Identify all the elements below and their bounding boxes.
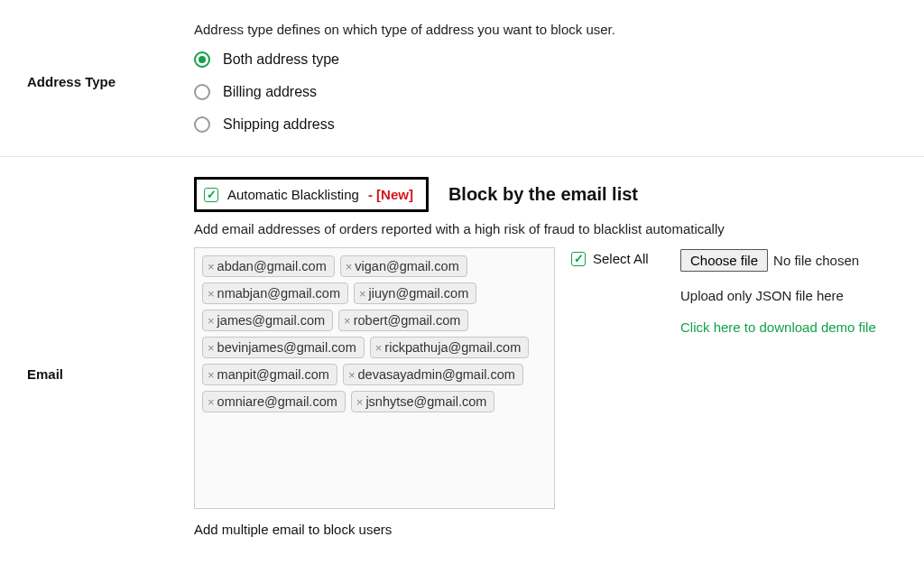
email-tag[interactable]: ×robert@gmail.com bbox=[338, 310, 468, 331]
email-tag-text: abdan@gmail.com bbox=[217, 259, 327, 273]
email-tag-text: vigan@gmail.com bbox=[355, 259, 458, 273]
radio-icon bbox=[194, 116, 210, 133]
email-tag[interactable]: ×vigan@gmail.com bbox=[340, 255, 467, 277]
address-type-hint: Address type defines on which type of ad… bbox=[194, 22, 906, 37]
email-tag[interactable]: ×abdan@gmail.com bbox=[202, 255, 335, 277]
select-all-row[interactable]: Select All bbox=[571, 251, 649, 266]
radio-label: Billing address bbox=[223, 84, 317, 100]
email-tag[interactable]: ×bevinjames@gmail.com bbox=[202, 337, 365, 358]
radio-icon bbox=[194, 84, 210, 100]
automatic-blacklisting-highlight: Automatic Blacklisting - [New] bbox=[194, 177, 429, 212]
select-all-checkbox[interactable] bbox=[571, 252, 586, 266]
remove-tag-icon[interactable]: × bbox=[208, 369, 215, 381]
file-chooser-row: Choose file No file chosen bbox=[680, 249, 906, 272]
remove-tag-icon[interactable]: × bbox=[359, 288, 366, 300]
email-tag-text: james@gmail.com bbox=[217, 313, 325, 328]
email-bottom-hint: Add multiple email to block users bbox=[194, 522, 906, 537]
email-tag[interactable]: ×omniare@gmail.com bbox=[202, 391, 346, 412]
radio-icon bbox=[194, 51, 210, 68]
remove-tag-icon[interactable]: × bbox=[208, 315, 215, 327]
email-tag-text: devasayadmin@gmail.com bbox=[358, 367, 515, 382]
remove-tag-icon[interactable]: × bbox=[208, 261, 215, 273]
email-tag[interactable]: ×rickpathuja@gmail.com bbox=[370, 337, 530, 358]
remove-tag-icon[interactable]: × bbox=[346, 261, 353, 273]
remove-tag-icon[interactable]: × bbox=[356, 396, 364, 408]
address-type-label: Address Type bbox=[0, 20, 194, 136]
email-subhint: Add email addresses of orders reported w… bbox=[194, 221, 906, 236]
email-tag-text: manpit@gmail.com bbox=[217, 367, 329, 382]
email-body: Automatic Blacklisting - [New] Block by … bbox=[194, 177, 924, 537]
remove-tag-icon[interactable]: × bbox=[375, 342, 383, 354]
file-column: Choose file No file chosen Upload only J… bbox=[680, 247, 906, 335]
remove-tag-icon[interactable]: × bbox=[208, 342, 215, 354]
radio-label: Both address type bbox=[223, 51, 339, 68]
remove-tag-icon[interactable]: × bbox=[344, 315, 351, 327]
remove-tag-icon[interactable]: × bbox=[208, 288, 215, 300]
email-tag-text: bevinjames@gmail.com bbox=[217, 340, 356, 355]
block-by-email-heading: Block by the email list bbox=[448, 184, 638, 205]
email-label: Email bbox=[0, 177, 194, 537]
automatic-blacklisting-checkbox[interactable] bbox=[204, 188, 218, 202]
email-tag[interactable]: ×jiuyn@gmail.com bbox=[354, 282, 476, 304]
remove-tag-icon[interactable]: × bbox=[208, 396, 215, 408]
email-row: ×abdan@gmail.com×vigan@gmail.com×nmabjan… bbox=[194, 247, 906, 509]
automatic-blacklisting-label: Automatic Blacklisting bbox=[227, 187, 359, 202]
email-section: Email Automatic Blacklisting - [New] Blo… bbox=[0, 156, 924, 557]
upload-note: Upload only JSON file here bbox=[680, 288, 906, 303]
address-type-body: Address type defines on which type of ad… bbox=[194, 20, 924, 136]
email-tag-text: nmabjan@gmail.com bbox=[217, 286, 340, 301]
address-type-section: Address Type Address type defines on whi… bbox=[0, 0, 924, 156]
email-tag-text: jiuyn@gmail.com bbox=[369, 286, 469, 301]
email-tag-text: jsnhytse@gmail.com bbox=[365, 394, 486, 409]
download-demo-link[interactable]: Click here to download demo file bbox=[680, 319, 906, 335]
radio-shipping-address[interactable]: Shipping address bbox=[194, 116, 906, 133]
email-tag-text: omniare@gmail.com bbox=[217, 394, 337, 409]
radio-both-address[interactable]: Both address type bbox=[194, 51, 906, 68]
email-topline: Automatic Blacklisting - [New] Block by … bbox=[194, 177, 906, 212]
email-tag[interactable]: ×james@gmail.com bbox=[202, 310, 333, 331]
email-tag-text: rickpathuja@gmail.com bbox=[384, 340, 521, 355]
email-tag[interactable]: ×devasayadmin@gmail.com bbox=[343, 364, 523, 385]
new-tag: - [New] bbox=[368, 187, 413, 202]
remove-tag-icon[interactable]: × bbox=[348, 369, 356, 381]
select-all-label: Select All bbox=[593, 251, 649, 266]
email-tag[interactable]: ×nmabjan@gmail.com bbox=[202, 282, 348, 304]
radio-billing-address[interactable]: Billing address bbox=[194, 84, 906, 100]
email-tag-text: robert@gmail.com bbox=[354, 313, 461, 328]
email-tag-input[interactable]: ×abdan@gmail.com×vigan@gmail.com×nmabjan… bbox=[194, 247, 555, 509]
choose-file-button[interactable]: Choose file bbox=[680, 249, 768, 272]
file-status-text: No file chosen bbox=[773, 253, 859, 268]
email-tag[interactable]: ×manpit@gmail.com bbox=[202, 364, 337, 385]
radio-label: Shipping address bbox=[223, 116, 335, 133]
email-tag[interactable]: ×jsnhytse@gmail.com bbox=[351, 391, 495, 412]
